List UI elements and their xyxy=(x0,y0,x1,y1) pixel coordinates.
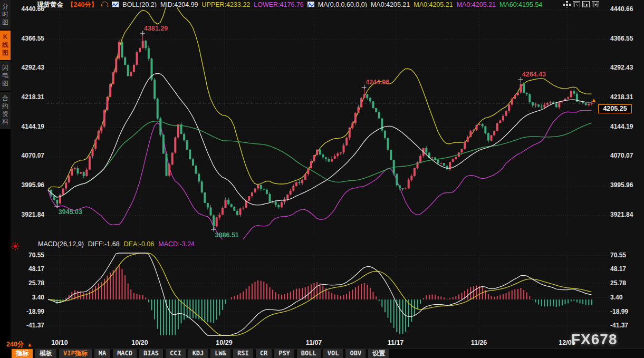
y-axis-label: 4440.66 xyxy=(9,5,44,13)
trading-app-window: 分时图 K线图 闪电图 合约资料 现货黄金 【240分】 BOLL(20,2) … xyxy=(0,0,644,358)
macd-axis-label: 3.40 xyxy=(9,294,44,301)
tab-indicator[interactable]: 指标 xyxy=(12,349,33,358)
tab-template[interactable]: 模板 xyxy=(35,349,56,358)
tab-settings[interactable]: 设置 xyxy=(368,349,389,358)
x-axis-date: 10/20 xyxy=(124,339,156,346)
tab-cci[interactable]: CCI xyxy=(166,349,186,358)
y-axis-label: 4292.43 xyxy=(9,64,44,71)
y-axis-label: 4440.66 xyxy=(610,5,642,13)
macd-axis-label: 70.55 xyxy=(610,251,642,259)
macd-axis-label: -41.37 xyxy=(610,322,642,329)
dropdown-arrow-icon: ▲ xyxy=(27,342,32,347)
y-axis-label: 3995.96 xyxy=(610,181,642,189)
main-chart-canvas[interactable] xyxy=(46,7,609,239)
y-axis-label: 4218.31 xyxy=(610,93,642,101)
macd-axis-label: 3.40 xyxy=(610,294,642,301)
tab-cr[interactable]: CR xyxy=(256,349,272,358)
sidebar-item-lightning-chart[interactable]: 闪电图 xyxy=(0,61,11,91)
tab-ma[interactable]: MA xyxy=(94,349,110,358)
y-axis-label: 4292.43 xyxy=(610,64,642,71)
y-axis-label: 3995.96 xyxy=(9,181,44,189)
tab-vol[interactable]: VOL xyxy=(323,349,343,358)
indicator-tabbar: 指标 模板 VIP指标 MA MACD BIAS CCI KDJ LW& RSI… xyxy=(11,349,644,358)
y-axis-label: 4144.19 xyxy=(610,123,642,130)
tab-macd[interactable]: MACD xyxy=(113,349,137,358)
y-axis-label: 4070.07 xyxy=(610,152,642,159)
period-selector[interactable]: 240分▲ xyxy=(6,340,32,349)
sidebar-item-kline-chart[interactable]: K线图 xyxy=(0,31,11,60)
macd-axis-label: 48.17 xyxy=(610,265,642,273)
y-axis-label: 4366.55 xyxy=(9,35,44,42)
x-axis-date: 10/10 xyxy=(44,339,75,346)
tab-obv[interactable]: OBV xyxy=(345,349,366,358)
tab-lw[interactable]: LW& xyxy=(210,349,230,358)
sidebar-item-time-chart[interactable]: 分时图 xyxy=(0,0,11,30)
macd-params-label: MACD(26,12,9) xyxy=(38,240,84,248)
macd-header: MACD(26,12,9) DIFF:-1.68 DEA:-0.06 MACD:… xyxy=(38,240,195,248)
macd-axis-label: 25.78 xyxy=(9,279,44,287)
macd-axis-label: -18.99 xyxy=(610,308,642,315)
macd-value: MACD:-3.24 xyxy=(158,240,195,248)
tab-psy[interactable]: PSY xyxy=(274,349,294,358)
tab-kdj[interactable]: KDJ xyxy=(188,349,208,358)
fx678-watermark: FX678 xyxy=(571,331,618,348)
y-axis-label: 3921.84 xyxy=(9,211,44,218)
tab-rsi[interactable]: RSI xyxy=(233,349,253,358)
indicator-settings-icon[interactable] xyxy=(11,242,20,250)
current-price-box: 4205.25 xyxy=(598,104,632,113)
sidebar-item-contract-info[interactable]: 合约资料 xyxy=(0,92,11,129)
tab-bias[interactable]: BIAS xyxy=(139,349,163,358)
macd-axis-label: 48.17 xyxy=(9,265,44,273)
sidebar: 分时图 K线图 闪电图 合约资料 xyxy=(0,0,11,358)
x-axis-date: 11/07 xyxy=(298,339,330,346)
x-axis-date: 11/17 xyxy=(380,339,411,346)
y-axis-label: 4366.55 xyxy=(610,35,642,42)
macd-axis-label: 70.55 xyxy=(9,251,44,259)
macd-axis-label: 25.78 xyxy=(610,279,642,287)
x-axis-date: 10/29 xyxy=(208,339,240,346)
tab-boll[interactable]: BOLL xyxy=(297,349,321,358)
x-axis-date: 11/26 xyxy=(463,339,495,346)
y-axis-label: 4218.31 xyxy=(9,93,44,101)
y-axis-label: 4144.19 xyxy=(9,123,44,130)
y-axis-label: 3921.84 xyxy=(610,211,642,218)
tab-vip-indicator[interactable]: VIP指标 xyxy=(59,349,92,358)
price-up-arrow-icon: ▲ xyxy=(591,97,597,103)
macd-diff-value: DIFF:-1.68 xyxy=(88,240,120,248)
y-axis-label: 4070.07 xyxy=(9,152,44,159)
macd-axis-label: -18.99 xyxy=(9,308,44,315)
macd-chart-canvas[interactable] xyxy=(46,252,609,336)
macd-dea-value: DEA:-0.06 xyxy=(124,240,155,248)
macd-axis-label: -41.37 xyxy=(9,322,44,329)
